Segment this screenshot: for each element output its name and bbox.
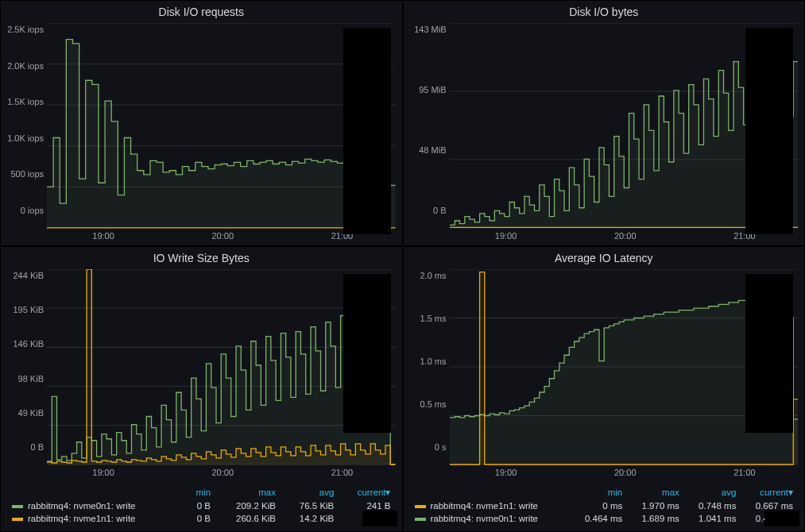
legend-row[interactable]: rabbitmq4: nvme0n1: write0 B209.2 KiB76.… [7, 499, 396, 512]
panel-disk-io-requests: Disk I/O requests 2.5K iops2.0K iops1.5K… [0, 0, 403, 246]
panel-title: IO Write Size Bytes [1, 247, 402, 266]
x-axis: 19:0020:0021:00 [44, 466, 402, 482]
panel-io-write-size: IO Write Size Bytes 244 KiB195 KiB146 Ki… [0, 246, 403, 532]
plot-area[interactable]: 2.0 ms1.5 ms1.0 ms0.5 ms0 s [404, 266, 805, 466]
panel-avg-io-latency: Average IO Latency 2.0 ms1.5 ms1.0 ms0.5… [403, 246, 806, 532]
panel-title: Average IO Latency [404, 247, 805, 266]
legend-stats: minmaxavgcurrent▾rabbitmq4: nvme0n1: wri… [1, 482, 402, 531]
y-axis: 2.0 ms1.5 ms1.0 ms0.5 ms0 s [407, 269, 450, 466]
panel-title: Disk I/O bytes [404, 1, 805, 20]
legend-stats: minmaxavgcurrent▾rabbitmq4: nvme1n1: wri… [404, 482, 805, 531]
series-swatch [12, 518, 23, 521]
legend-row[interactable]: rabbitmq4: nvme0n1: write0.464 ms1.689 m… [410, 512, 799, 525]
plot-area[interactable]: 244 KiB195 KiB146 KiB98 KiB49 KiB0 B [1, 266, 402, 466]
x-axis: 19:0020:0021:00 [447, 466, 805, 482]
redaction-mask [362, 511, 397, 526]
series-swatch [12, 505, 23, 508]
redaction-mask [343, 274, 391, 433]
stats-table: minmaxavgcurrent▾rabbitmq4: nvme1n1: wri… [410, 485, 799, 525]
redaction-mask [745, 28, 793, 234]
y-axis: 2.5K iops2.0K iops1.5K iops1.0K iops500 … [4, 23, 47, 229]
stats-table: minmaxavgcurrent▾rabbitmq4: nvme0n1: wri… [7, 485, 396, 525]
series-swatch [415, 505, 426, 508]
y-axis: 244 KiB195 KiB146 KiB98 KiB49 KiB0 B [4, 269, 47, 466]
plot-area[interactable]: 143 MiB95 MiB48 MiB0 B [404, 20, 805, 229]
redaction-mask [745, 274, 793, 433]
redaction-mask [764, 511, 799, 526]
panel-title: Disk I/O requests [1, 1, 402, 20]
series-swatch [415, 518, 426, 521]
y-axis: 143 MiB95 MiB48 MiB0 B [407, 23, 450, 229]
panel-disk-io-bytes: Disk I/O bytes 143 MiB95 MiB48 MiB0 B 19… [403, 0, 806, 246]
legend-row[interactable]: rabbitmq4: nvme1n1: write0 ms1.970 ms0.7… [410, 499, 799, 512]
plot-area[interactable]: 2.5K iops2.0K iops1.5K iops1.0K iops500 … [1, 20, 402, 229]
legend-row[interactable]: rabbitmq4: nvme1n1: write0 B260.6 KiB14.… [7, 512, 396, 525]
redaction-mask [343, 28, 391, 234]
